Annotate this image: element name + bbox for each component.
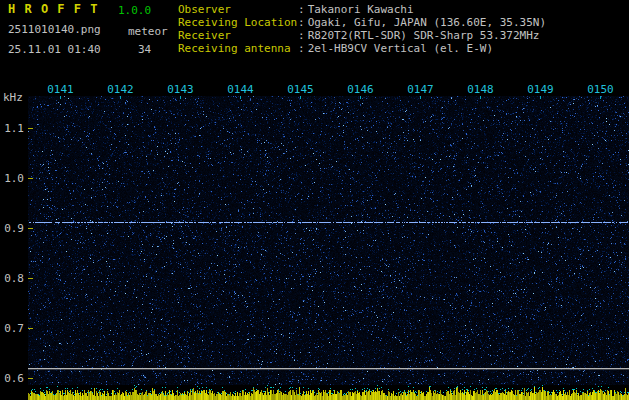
time-tick-label: 0144 bbox=[227, 83, 254, 96]
freq-tick-label: 0.6 bbox=[3, 372, 24, 385]
info-value: Ogaki, Gifu, JAPAN (136.60E, 35.35N) bbox=[308, 16, 546, 29]
time-tick-label: 0143 bbox=[167, 83, 194, 96]
spectrogram-canvas bbox=[28, 96, 629, 400]
time-tick-label: 0142 bbox=[107, 83, 134, 96]
app-version: 1.0.0 bbox=[118, 4, 151, 17]
hrofft-screen: H R O F F T 1.0.0 2511010140.png meteor … bbox=[0, 0, 629, 400]
echo-count: 34 bbox=[138, 43, 151, 56]
freq-tick-label: 1.1 bbox=[3, 122, 24, 135]
time-tick-label: 0149 bbox=[527, 83, 554, 96]
time-tick-label: 0147 bbox=[407, 83, 434, 96]
time-tick-label: 0141 bbox=[47, 83, 74, 96]
freq-tick-label: 0.8 bbox=[3, 272, 24, 285]
info-label: Receiver bbox=[178, 29, 298, 42]
time-tick-label: 0145 bbox=[287, 83, 314, 96]
capture-filename: 2511010140.png bbox=[8, 23, 101, 36]
freq-tick-label: 0.7 bbox=[3, 322, 24, 335]
info-value: Takanori Kawachi bbox=[308, 3, 414, 16]
info-label: Receiving Location bbox=[178, 16, 298, 29]
station-info: Observer:Takanori Kawachi Receiving Loca… bbox=[178, 3, 628, 55]
info-row-observer: Observer:Takanori Kawachi bbox=[178, 3, 628, 16]
freq-tick-label: 1.0 bbox=[3, 172, 24, 185]
freq-axis-unit: kHz bbox=[3, 91, 23, 104]
time-tick-label: 0150 bbox=[587, 83, 614, 96]
info-separator: : bbox=[298, 29, 305, 42]
info-separator: : bbox=[298, 3, 305, 16]
info-label: Observer bbox=[178, 3, 298, 16]
app-title: H R O F F T bbox=[8, 3, 98, 16]
mode-label: meteor bbox=[128, 25, 168, 38]
freq-tick-label: 0.9 bbox=[3, 222, 24, 235]
info-row-antenna: Receiving antenna:2el-HB9CV Vertical (el… bbox=[178, 42, 628, 55]
time-tick-label: 0146 bbox=[347, 83, 374, 96]
info-separator: : bbox=[298, 42, 305, 55]
capture-timestamp: 25.11.01 01:40 bbox=[8, 43, 101, 56]
info-value: R820T2(RTL-SDR) SDR-Sharp 53.372MHz bbox=[308, 29, 540, 42]
info-separator: : bbox=[298, 16, 305, 29]
time-tick-label: 0148 bbox=[467, 83, 494, 96]
info-value: 2el-HB9CV Vertical (el. E-W) bbox=[308, 42, 493, 55]
info-label: Receiving antenna bbox=[178, 42, 298, 55]
info-row-location: Receiving Location:Ogaki, Gifu, JAPAN (1… bbox=[178, 16, 628, 29]
info-row-receiver: Receiver:R820T2(RTL-SDR) SDR-Sharp 53.37… bbox=[178, 29, 628, 42]
